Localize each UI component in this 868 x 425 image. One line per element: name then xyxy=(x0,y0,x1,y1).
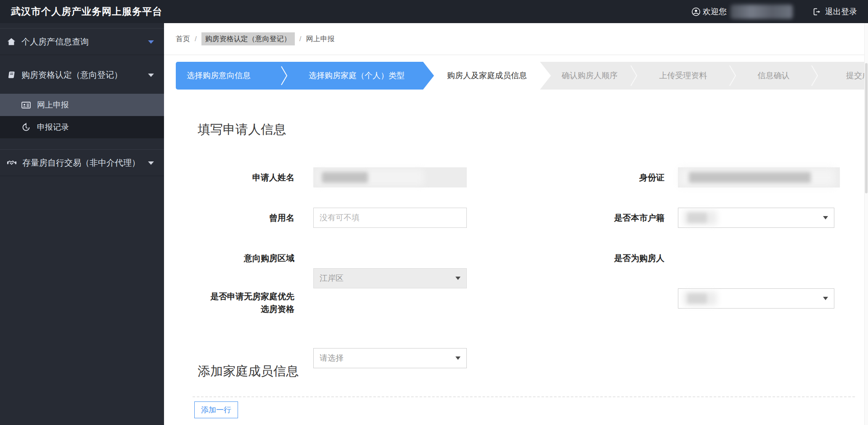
former-name-input[interactable] xyxy=(313,208,467,228)
intended-area-value: 江岸区 xyxy=(320,273,344,284)
welcome-label: 欢迎您 xyxy=(703,6,727,17)
local-household-label: 是否本市户籍 xyxy=(547,208,664,228)
welcome-area: 欢迎您 xyxy=(691,5,793,19)
redacted-value xyxy=(688,293,707,304)
wizard-step-intent-info[interactable]: 选择购房意向信息 xyxy=(176,62,278,90)
logout-icon xyxy=(812,7,821,16)
section-title-applicant-info: 填写申请人信息 xyxy=(198,121,286,138)
sidebar-item-label: 存量房自行交易（非中介代理） xyxy=(22,157,140,169)
scrollbar-thumb[interactable] xyxy=(865,63,868,193)
former-name-field xyxy=(313,208,467,228)
breadcrumb-separator: / xyxy=(195,35,197,43)
user-circle-icon xyxy=(691,7,701,16)
is-buyer-select[interactable] xyxy=(678,288,834,309)
handshake-icon xyxy=(7,158,17,168)
caret-down-icon xyxy=(823,216,828,219)
no-house-priority-label: 是否申请无房家庭优先选房资格 xyxy=(206,290,294,315)
logout-button[interactable]: 退出登录 xyxy=(812,6,857,17)
redacted-value xyxy=(322,172,368,183)
sidebar-item-label: 购房资格认定（意向登记） xyxy=(21,69,122,81)
arrow-right-icon xyxy=(423,62,434,90)
wizard-step-upload-materials[interactable]: 上传受理资料 xyxy=(639,62,727,90)
user-name-redacted xyxy=(730,5,793,19)
chevron-separator-icon xyxy=(278,62,290,90)
chevron-separator-icon xyxy=(809,62,820,90)
wizard-step-buyer-members-info[interactable]: 购房人及家庭成员信息 xyxy=(434,62,540,90)
breadcrumb-separator: / xyxy=(299,35,302,43)
caret-down-icon xyxy=(455,356,460,360)
caret-down-icon xyxy=(148,74,154,77)
caret-down-icon xyxy=(823,297,828,300)
id-card-icon xyxy=(21,100,31,110)
redacted-value xyxy=(688,213,707,223)
caret-down-icon xyxy=(148,40,154,44)
redacted-value xyxy=(689,172,811,183)
caret-down-icon xyxy=(455,277,460,280)
sidebar-submenu: 网上申报 申报记录 xyxy=(0,94,164,138)
app-title: 武汉市个人房产业务网上服务平台 xyxy=(11,5,162,18)
sidebar-nav: 个人房产信息查询 购房资格认定（意向登记） xyxy=(0,23,164,425)
id-card-field[interactable] xyxy=(678,167,840,187)
is-buyer-label: 是否为购房人 xyxy=(547,248,664,268)
chevron-separator-icon xyxy=(628,62,639,90)
breadcrumb-home[interactable]: 首页 xyxy=(176,34,190,44)
breadcrumb: 首页 / 购房资格认定（意向登记） / 网上申报 xyxy=(164,23,868,55)
sidebar-item-purchase-qualification[interactable]: 购房资格认定（意向登记） xyxy=(0,62,164,88)
chevron-separator-icon xyxy=(540,62,551,90)
wizard-step-info-confirm[interactable]: 信息确认 xyxy=(738,62,809,90)
local-household-select[interactable] xyxy=(678,208,834,228)
applicant-name-label: 申请人姓名 xyxy=(181,167,294,187)
wizard-step-family-type[interactable]: 选择购房家庭（个人）类型 xyxy=(290,62,423,90)
dashed-divider xyxy=(193,396,855,397)
home-icon xyxy=(7,37,16,46)
intended-area-label: 意向购房区域 xyxy=(181,248,294,268)
no-house-priority-value: 请选择 xyxy=(320,353,344,364)
section-title-family-members: 添加家庭成员信息 xyxy=(198,363,299,380)
breadcrumb-section[interactable]: 购房资格认定（意向登记） xyxy=(201,32,295,45)
history-icon xyxy=(21,122,31,132)
logout-label: 退出登录 xyxy=(825,6,857,17)
chevron-separator-icon xyxy=(727,62,738,90)
book-icon xyxy=(7,70,16,79)
former-name-label: 曾用名 xyxy=(181,208,294,228)
sidebar-subitem-online-declaration[interactable]: 网上申报 xyxy=(0,94,164,116)
sidebar-subitem-label: 申报记录 xyxy=(37,122,69,133)
sidebar-item-label: 个人房产信息查询 xyxy=(21,36,89,48)
wizard-step-submit-success[interactable]: 提交成功 xyxy=(820,62,865,90)
breadcrumb-current[interactable]: 网上申报 xyxy=(306,34,334,44)
sidebar-item-existing-house-self-trade[interactable]: 存量房自行交易（非中介代理） xyxy=(0,149,164,176)
scrollbar-track[interactable] xyxy=(864,23,868,425)
top-header: 武汉市个人房产业务网上服务平台 欢迎您 退出登录 xyxy=(0,0,868,23)
step-wizard: 选择购房意向信息 选择购房家庭（个人）类型 购房人及家庭成员信息 确认购房人顺序… xyxy=(176,62,865,90)
applicant-name-field[interactable] xyxy=(313,167,467,187)
add-row-button[interactable]: 添加一行 xyxy=(194,401,238,418)
no-house-priority-select[interactable]: 请选择 xyxy=(313,348,467,368)
sidebar-subitem-label: 网上申报 xyxy=(37,100,69,111)
id-card-label: 身份证 xyxy=(547,167,664,187)
header-user-area: 欢迎您 退出登录 xyxy=(691,5,857,19)
caret-down-icon xyxy=(148,161,154,165)
sidebar-subitem-declaration-records[interactable]: 申报记录 xyxy=(0,116,164,138)
intended-area-select[interactable]: 江岸区 xyxy=(313,268,467,288)
app-window: 武汉市个人房产业务网上服务平台 欢迎您 退出登录 xyxy=(0,0,868,425)
wizard-step-confirm-order[interactable]: 确认购房人顺序 xyxy=(551,62,628,90)
sidebar-item-property-info-query[interactable]: 个人房产信息查询 xyxy=(0,28,164,55)
